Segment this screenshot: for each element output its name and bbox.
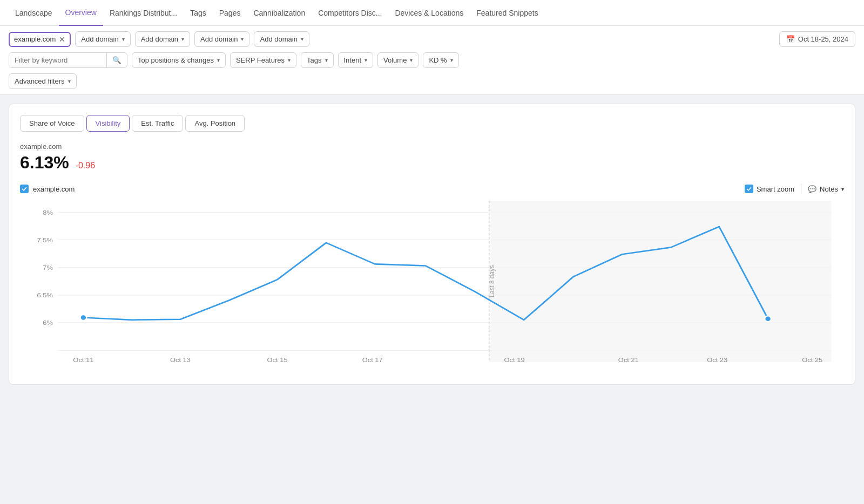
domain-input[interactable]: example.com ✕ xyxy=(9,32,71,47)
smart-zoom-checkbox[interactable] xyxy=(745,185,753,193)
nav-rankings[interactable]: Rankings Distribut... xyxy=(103,0,184,26)
svg-text:7.5%: 7.5% xyxy=(37,236,53,243)
kd-filter[interactable]: KD % ▾ xyxy=(423,52,458,68)
nav-landscape[interactable]: Landscape xyxy=(9,0,59,26)
chevron-down-icon: ▾ xyxy=(217,57,220,63)
nav-devices[interactable]: Devices & Locations xyxy=(388,0,470,26)
domain-close-button[interactable]: ✕ xyxy=(59,35,65,44)
chart-svg: Last 8 days 8% 7.5% 7% 6.5% 6% Oct 11 Oc… xyxy=(20,201,844,373)
domain-value: example.com xyxy=(14,35,56,43)
metric-row: 6.13% -0.96 xyxy=(20,153,844,173)
metric-domain: example.com xyxy=(20,142,844,151)
metric-change: -0.96 xyxy=(76,161,95,170)
tags-filter[interactable]: Tags ▾ xyxy=(301,52,333,68)
legend-right: Smart zoom 💬 Notes ▾ xyxy=(745,183,844,194)
svg-text:6.5%: 6.5% xyxy=(37,292,53,299)
add-domain-button-1[interactable]: Add domain ▾ xyxy=(75,31,130,47)
chart-tabs: Share of Voice Visibility Est. Traffic A… xyxy=(20,115,844,132)
chevron-down-icon: ▾ xyxy=(450,57,453,63)
svg-text:6%: 6% xyxy=(43,319,53,326)
svg-text:Oct 17: Oct 17 xyxy=(362,356,383,363)
chevron-down-icon: ▾ xyxy=(410,57,413,63)
legend-left: example.com xyxy=(20,185,75,193)
svg-text:Oct 19: Oct 19 xyxy=(504,356,525,363)
notes-button[interactable]: 💬 Notes ▾ xyxy=(808,185,844,193)
keyword-input[interactable] xyxy=(9,53,106,67)
notes-label: Notes xyxy=(820,185,838,193)
svg-text:Oct 11: Oct 11 xyxy=(73,356,93,363)
calendar-icon: 📅 xyxy=(786,35,795,43)
metric-value: 6.13% xyxy=(20,153,69,172)
volume-filter[interactable]: Volume ▾ xyxy=(377,52,418,68)
nav-overview[interactable]: Overview xyxy=(59,0,103,26)
keyword-filter[interactable]: 🔍 xyxy=(9,52,127,68)
chevron-down-icon: ▾ xyxy=(301,36,303,42)
chevron-down-icon: ▾ xyxy=(288,57,291,63)
nav-tags[interactable]: Tags xyxy=(184,0,213,26)
line-chart: Last 8 days 8% 7.5% 7% 6.5% 6% Oct 11 Oc… xyxy=(20,201,844,373)
tab-visibility[interactable]: Visibility xyxy=(86,115,130,132)
chevron-down-icon: ▾ xyxy=(181,36,184,42)
svg-text:7%: 7% xyxy=(43,264,53,271)
date-range-label: Oct 18-25, 2024 xyxy=(798,35,848,43)
advanced-filters-button[interactable]: Advanced filters ▾ xyxy=(9,73,77,89)
svg-text:Oct 15: Oct 15 xyxy=(267,356,288,363)
add-domain-button-4[interactable]: Add domain ▾ xyxy=(254,31,309,47)
vertical-divider xyxy=(801,183,801,194)
search-icon: 🔍 xyxy=(112,56,122,64)
svg-text:Oct 21: Oct 21 xyxy=(618,356,639,363)
nav-competitors[interactable]: Competitors Disc... xyxy=(312,0,388,26)
main-content: Share of Voice Visibility Est. Traffic A… xyxy=(0,95,864,393)
intent-filter[interactable]: Intent ▾ xyxy=(338,52,374,68)
chevron-down-icon: ▾ xyxy=(122,36,125,42)
svg-text:Oct 25: Oct 25 xyxy=(802,356,822,363)
notes-icon: 💬 xyxy=(808,185,816,193)
chart-area: example.com Smart zoom 💬 Notes ▾ xyxy=(20,183,844,373)
add-domain-button-2[interactable]: Add domain ▾ xyxy=(135,31,190,47)
tab-est-traffic[interactable]: Est. Traffic xyxy=(132,115,183,132)
filter-bar: example.com ✕ Add domain ▾ Add domain ▾ … xyxy=(0,26,864,95)
smart-zoom-control[interactable]: Smart zoom xyxy=(745,185,794,193)
date-picker[interactable]: 📅 Oct 18-25, 2024 xyxy=(779,31,855,47)
tab-share-of-voice[interactable]: Share of Voice xyxy=(20,115,84,132)
smart-zoom-label: Smart zoom xyxy=(757,185,794,193)
chevron-down-icon: ▾ xyxy=(241,36,244,42)
svg-text:8%: 8% xyxy=(43,209,53,216)
tab-avg-position[interactable]: Avg. Position xyxy=(185,115,245,132)
serp-features-filter[interactable]: SERP Features ▾ xyxy=(230,52,296,68)
svg-point-22 xyxy=(80,315,87,321)
chevron-down-icon: ▾ xyxy=(68,78,71,84)
chart-legend: example.com Smart zoom 💬 Notes ▾ xyxy=(20,183,844,194)
top-positions-filter[interactable]: Top positions & changes ▾ xyxy=(132,52,226,68)
chevron-down-icon: ▾ xyxy=(841,186,844,192)
svg-text:Oct 13: Oct 13 xyxy=(170,356,191,363)
legend-domain-label: example.com xyxy=(33,185,75,193)
nav-cannibalization[interactable]: Cannibalization xyxy=(247,0,312,26)
svg-text:Last 8 days: Last 8 days xyxy=(488,265,496,297)
nav-snippets[interactable]: Featured Snippets xyxy=(470,0,544,26)
chevron-down-icon: ▾ xyxy=(364,57,367,63)
legend-checkbox[interactable] xyxy=(20,185,29,193)
svg-text:Oct 23: Oct 23 xyxy=(707,356,727,363)
add-domain-button-3[interactable]: Add domain ▾ xyxy=(194,31,249,47)
chevron-down-icon: ▾ xyxy=(325,57,328,63)
svg-rect-6 xyxy=(489,201,832,362)
svg-point-23 xyxy=(765,316,771,322)
top-navigation: Landscape Overview Rankings Distribut...… xyxy=(0,0,864,26)
keyword-search-button[interactable]: 🔍 xyxy=(106,53,127,67)
nav-pages[interactable]: Pages xyxy=(213,0,247,26)
visibility-card: Share of Voice Visibility Est. Traffic A… xyxy=(9,104,855,385)
